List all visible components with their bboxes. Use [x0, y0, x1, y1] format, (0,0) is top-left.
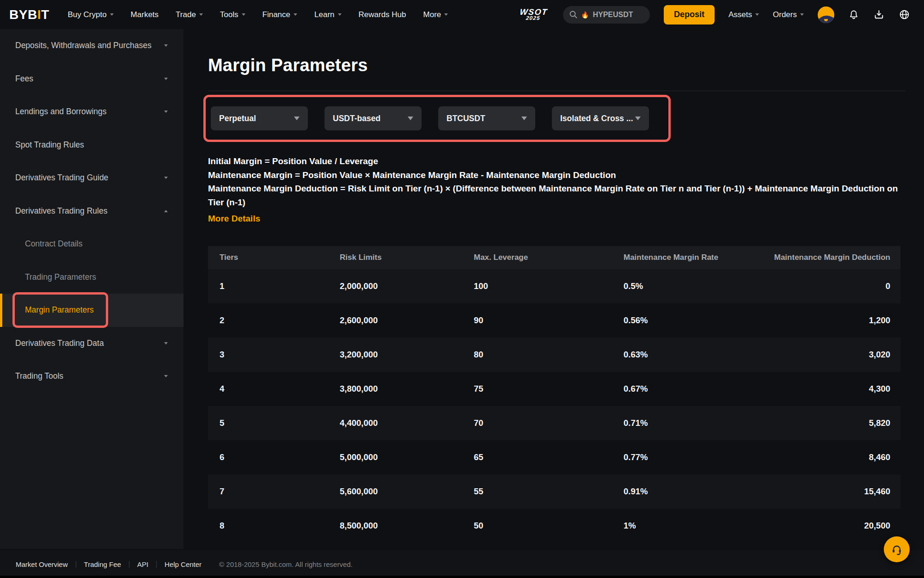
annotation-filters-box: Perpetual USDT-based BTCUSDT Isolated & …: [203, 95, 671, 142]
footer-separator: [156, 561, 157, 568]
table-row: 33,200,000800.63%3,020: [208, 338, 900, 372]
logo-accent: I: [37, 7, 41, 22]
notifications-bell-icon[interactable]: [848, 9, 859, 20]
footer-link-trading-fee[interactable]: Trading Fee: [84, 560, 121, 568]
chevron-down-icon: [635, 117, 641, 120]
table-row: 75,600,000550.91%15,460: [208, 474, 900, 509]
settlement-dropdown[interactable]: USDT-based: [324, 106, 422, 130]
download-app-icon[interactable]: [873, 9, 885, 20]
sidebar-item-trading-tools[interactable]: Trading Tools: [0, 360, 184, 393]
footer-link-market-overview[interactable]: Market Overview: [16, 560, 68, 568]
col-header-risk-limits: Risk Limits: [328, 253, 462, 262]
nav-item-assets[interactable]: Assets: [728, 10, 759, 19]
formula-maintenance-margin: Maintenance Margin = Position Value × Ma…: [208, 168, 906, 182]
nav-item-buy-crypto[interactable]: Buy Crypto: [68, 10, 114, 19]
sidebar-item-lendings-borrowings[interactable]: Lendings and Borrowings: [0, 95, 184, 129]
chevron-down-icon: [199, 13, 203, 16]
user-avatar[interactable]: [818, 6, 834, 23]
table-row: 43,800,000750.67%4,300: [208, 372, 900, 406]
chevron-down-icon: [164, 44, 168, 47]
wsot-2025-logo[interactable]: WSOT 2025: [519, 8, 548, 21]
footer-link-help-center[interactable]: Help Center: [165, 560, 202, 568]
chevron-down-icon: [444, 13, 448, 16]
nav-item-more[interactable]: More: [423, 10, 448, 19]
logo-text: BYB: [9, 7, 37, 22]
footer-separator: [129, 561, 129, 568]
formula-initial-margin: Initial Margin = Position Value / Levera…: [208, 154, 906, 168]
deposit-button[interactable]: Deposit: [664, 5, 715, 25]
page-footer: Market Overview Trading Fee API Help Cen…: [0, 550, 924, 578]
logo-text: T: [41, 7, 49, 22]
support-chat-button[interactable]: [884, 536, 910, 562]
nav-item-finance[interactable]: Finance: [263, 10, 297, 19]
hot-icon: 🔥: [581, 11, 589, 18]
bybit-logo[interactable]: BYBIT: [9, 7, 49, 22]
headset-icon: [890, 543, 903, 556]
page-title: Margin Parameters: [208, 55, 924, 75]
chevron-down-icon: [164, 78, 168, 80]
table-row: 54,400,000700.71%5,820: [208, 406, 900, 440]
formula-maintenance-margin-deduction: Maintenance Margin Deduction = Risk Limi…: [208, 182, 906, 209]
chevron-down-icon: [164, 111, 168, 113]
col-header-tiers: Tiers: [208, 253, 328, 262]
search-ticker: HYPEUSDT: [593, 11, 633, 19]
title-divider: [208, 91, 906, 91]
margin-mode-dropdown[interactable]: Isolated & Cross ...: [552, 106, 649, 130]
sidebar-item-fees[interactable]: Fees: [0, 62, 184, 96]
margin-tiers-table: Tiers Risk Limits Max. Leverage Maintena…: [208, 246, 900, 543]
sidebar-item-deposits-withdrawals[interactable]: Deposits, Withdrawals and Purchases: [0, 29, 184, 62]
language-globe-icon[interactable]: [899, 9, 910, 20]
col-header-mm-rate: Maintenance Margin Rate: [612, 253, 765, 262]
nav-menu: Buy Crypto Markets Trade Tools Finance L…: [68, 10, 448, 19]
col-header-mm-deduction: Maintenance Margin Deduction: [765, 253, 900, 262]
table-header-row: Tiers Risk Limits Max. Leverage Maintena…: [208, 246, 900, 269]
footer-separator: [76, 561, 76, 568]
chevron-down-icon: [294, 13, 297, 16]
search-input[interactable]: 🔥 HYPEUSDT: [563, 6, 650, 24]
chevron-down-icon: [755, 13, 759, 16]
chevron-up-icon: [164, 210, 168, 212]
main-content: Margin Parameters Perpetual USDT-based B…: [184, 29, 924, 550]
bybit-app: BYBIT Buy Crypto Markets Trade Tools Fin…: [0, 0, 924, 578]
nav-item-orders[interactable]: Orders: [773, 10, 804, 19]
sidebar-item-derivatives-trading-rules[interactable]: Derivatives Trading Rules: [0, 195, 184, 228]
chevron-down-icon: [294, 117, 300, 120]
sidebar-item-contract-details[interactable]: Contract Details: [0, 228, 184, 261]
sidebar-item-margin-parameters[interactable]: Margin Parameters: [0, 294, 184, 327]
chevron-down-icon: [164, 342, 168, 344]
chevron-down-icon: [800, 13, 804, 16]
sidebar-item-spot-trading-rules[interactable]: Spot Trading Rules: [0, 129, 184, 162]
nav-item-trade[interactable]: Trade: [176, 10, 203, 19]
col-header-max-leverage: Max. Leverage: [462, 253, 612, 262]
margin-formulas: Initial Margin = Position Value / Levera…: [208, 154, 906, 209]
search-icon: [569, 11, 577, 18]
chevron-down-icon: [408, 117, 413, 120]
sidebar-item-trading-parameters[interactable]: Trading Parameters: [0, 261, 184, 294]
chevron-down-icon: [521, 117, 527, 120]
nav-item-markets[interactable]: Markets: [131, 10, 159, 19]
sidebar-item-derivatives-trading-guide[interactable]: Derivatives Trading Guide: [0, 161, 184, 195]
bottom-edge: [0, 576, 924, 578]
table-row: 22,600,000900.56%1,200: [208, 303, 900, 338]
top-navbar: BYBIT Buy Crypto Markets Trade Tools Fin…: [0, 0, 924, 29]
docs-sidebar: Deposits, Withdrawals and Purchases Fees…: [0, 29, 184, 549]
more-details-link[interactable]: More Details: [208, 214, 260, 224]
nav-item-rewards-hub[interactable]: Rewards Hub: [359, 10, 406, 19]
symbol-dropdown[interactable]: BTCUSDT: [438, 106, 535, 130]
table-row: 65,000,000650.77%8,460: [208, 440, 900, 474]
table-row: 88,500,000501%20,500: [208, 509, 900, 543]
chevron-down-icon: [110, 13, 114, 16]
chevron-down-icon: [338, 13, 342, 16]
chevron-down-icon: [164, 177, 168, 179]
table-row: 12,000,0001000.5%0: [208, 269, 900, 303]
nav-right-cluster: WSOT 2025 🔥 HYPEUSDT Deposit Assets Orde…: [520, 5, 910, 25]
footer-link-api[interactable]: API: [137, 560, 148, 568]
sidebar-item-derivatives-trading-data[interactable]: Derivatives Trading Data: [0, 327, 184, 360]
nav-item-learn[interactable]: Learn: [314, 10, 341, 19]
copyright-text: © 2018-2025 Bybit.com. All rights reserv…: [219, 560, 353, 568]
nav-item-tools[interactable]: Tools: [220, 10, 245, 19]
contract-type-dropdown[interactable]: Perpetual: [211, 106, 308, 130]
chevron-down-icon: [242, 13, 245, 16]
chevron-down-icon: [164, 375, 168, 377]
avatar-mouth: [824, 19, 828, 21]
